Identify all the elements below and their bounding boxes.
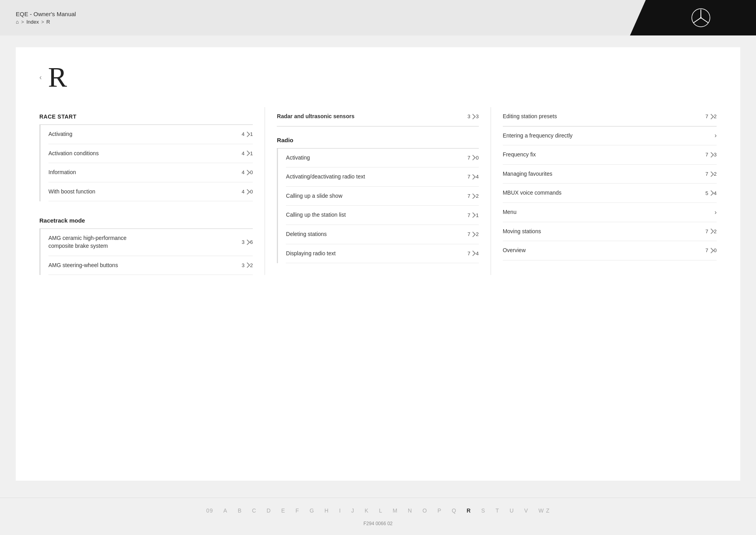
entry-activation-conditions[interactable]: Activation conditions 41 [48, 144, 253, 163]
entry-station-list[interactable]: Calling up the station list 71 [286, 206, 478, 225]
mercedes-logo [691, 8, 711, 28]
entry-radio-activating[interactable]: Activating 70 [286, 149, 478, 168]
alpha-N[interactable]: N [403, 506, 417, 515]
entry-overview[interactable]: Overview 70 [503, 241, 717, 260]
entry-label: Activating/deactivating radio text [286, 173, 365, 181]
entry-page: 73 [706, 152, 717, 158]
entry-information[interactable]: Information 40 [48, 163, 253, 182]
back-arrow[interactable]: ‹ [39, 73, 42, 82]
entry-page: 72 [706, 228, 717, 234]
header: EQE - Owner's Manual ⌂ > Index > R [0, 0, 756, 35]
breadcrumb-current: R [46, 19, 50, 25]
entry-amg-brake[interactable]: AMG ceramic high-performancecomposite br… [48, 229, 253, 256]
entry-label: Radar and ultrasonic sensors [277, 113, 354, 121]
alpha-O[interactable]: O [418, 506, 432, 515]
column-3: Editing station presets 72 Entering a fr… [491, 107, 717, 275]
alpha-C[interactable]: C [247, 506, 261, 515]
entry-page: 40 [242, 189, 253, 195]
svg-line-2 [701, 18, 708, 23]
entry-label: Entering a frequency directly [503, 132, 573, 140]
entry-label: AMG ceramic high-performancecomposite br… [48, 234, 126, 250]
entry-page: 72 [467, 231, 478, 237]
entry-label: With boost function [48, 188, 95, 196]
entry-boost-function[interactable]: With boost function 40 [48, 182, 253, 202]
alpha-S[interactable]: S [476, 506, 490, 515]
alpha-I[interactable]: I [334, 506, 346, 515]
entry-label: Overview [503, 247, 526, 254]
alpha-WZ[interactable]: W Z [534, 506, 555, 515]
entry-amg-steering[interactable]: AMG steering-wheel buttons 32 [48, 256, 253, 275]
alpha-U[interactable]: U [505, 506, 519, 515]
entry-label: Activating [286, 154, 310, 162]
alpha-K[interactable]: K [360, 506, 373, 515]
index-columns: RACE START Activating 41 Activation cond… [39, 107, 717, 275]
racetrack-entries: AMG ceramic high-performancecomposite br… [39, 229, 253, 275]
entry-label: Menu [503, 208, 517, 216]
entry-page: 72 [706, 171, 717, 177]
manual-title: EQE - Owner's Manual [16, 11, 76, 17]
breadcrumb-sep1: > [21, 19, 24, 25]
entry-menu[interactable]: Menu › [503, 203, 717, 222]
entry-managing-favourites[interactable]: Managing favourites 72 [503, 165, 717, 184]
alpha-Q[interactable]: Q [447, 506, 461, 515]
entry-page: 70 [706, 247, 717, 253]
entry-page: 54 [706, 190, 717, 196]
entry-page: 74 [467, 174, 478, 180]
alpha-A[interactable]: A [219, 506, 232, 515]
svg-line-3 [693, 18, 701, 23]
entry-label: Displaying radio text [286, 250, 335, 258]
alpha-M[interactable]: M [388, 506, 402, 515]
entry-page: 32 [242, 262, 253, 268]
alpha-H[interactable]: H [320, 506, 334, 515]
home-icon[interactable]: ⌂ [16, 19, 19, 25]
section-radio: Radio [277, 130, 478, 149]
alpha-G[interactable]: G [305, 506, 319, 515]
alpha-P[interactable]: P [433, 506, 446, 515]
column-2: Radar and ultrasonic sensors 33 Radio Ac… [265, 107, 491, 275]
entry-label: Moving stations [503, 228, 541, 236]
alpha-D[interactable]: D [262, 506, 276, 515]
alpha-09[interactable]: 09 [202, 506, 218, 515]
entry-slideshow[interactable]: Calling up a slide show 72 [286, 187, 478, 206]
entry-activating[interactable]: Activating 41 [48, 125, 253, 144]
entry-frequency-fix[interactable]: Frequency fix 73 [503, 145, 717, 165]
entry-label: Activating [48, 130, 72, 138]
main-content: ‹ R RACE START Activating 41 Activation … [16, 47, 740, 481]
section-racetrack-mode: Racetrack mode [39, 211, 253, 229]
entry-enter-frequency[interactable]: Entering a frequency directly › [503, 126, 717, 146]
entry-editing-presets[interactable]: Editing station presets 72 [503, 107, 717, 126]
entry-page: 41 [242, 131, 253, 137]
alpha-R[interactable]: R [462, 506, 476, 515]
svg-point-4 [700, 17, 702, 19]
alpha-B[interactable]: B [233, 506, 246, 515]
entry-page: 36 [242, 239, 253, 245]
alphabet-bar: 09 A B C D E F G H I J K L M N O P Q R S… [0, 498, 756, 535]
entry-page: 72 [706, 113, 717, 119]
entry-radio-text-toggle[interactable]: Activating/deactivating radio text 74 [286, 167, 478, 187]
race-start-entries: Activating 41 Activation conditions 41 I… [39, 125, 253, 201]
alpha-V[interactable]: V [519, 506, 533, 515]
section-race-start: RACE START [39, 107, 253, 125]
entry-page: 33 [467, 113, 478, 119]
entry-page: 70 [467, 155, 478, 161]
entry-display-radio-text[interactable]: Displaying radio text 74 [286, 244, 478, 264]
entry-delete-stations[interactable]: Deleting stations 72 [286, 225, 478, 244]
breadcrumb-sep2: > [41, 19, 44, 25]
entry-radar[interactable]: Radar and ultrasonic sensors 33 [277, 107, 478, 126]
entry-mbux-voice[interactable]: MBUX voice commands 54 [503, 184, 717, 203]
entry-page: 71 [467, 212, 478, 218]
alpha-F[interactable]: F [291, 506, 304, 515]
alpha-J[interactable]: J [346, 506, 359, 515]
alpha-T[interactable]: T [491, 506, 504, 515]
radio-entries: Activating 70 Activating/deactivating ra… [277, 149, 478, 264]
alpha-E[interactable]: E [276, 506, 290, 515]
entry-label: Calling up a slide show [286, 192, 342, 200]
entry-page: 41 [242, 150, 253, 156]
breadcrumb-index[interactable]: Index [26, 19, 39, 25]
alpha-L[interactable]: L [374, 506, 387, 515]
footer-code: F294 0066 02 [363, 518, 393, 527]
entry-moving-stations[interactable]: Moving stations 72 [503, 222, 717, 241]
entry-label: Frequency fix [503, 151, 536, 159]
entry-page: › [715, 209, 717, 216]
header-title-block: EQE - Owner's Manual ⌂ > Index > R [16, 11, 76, 25]
